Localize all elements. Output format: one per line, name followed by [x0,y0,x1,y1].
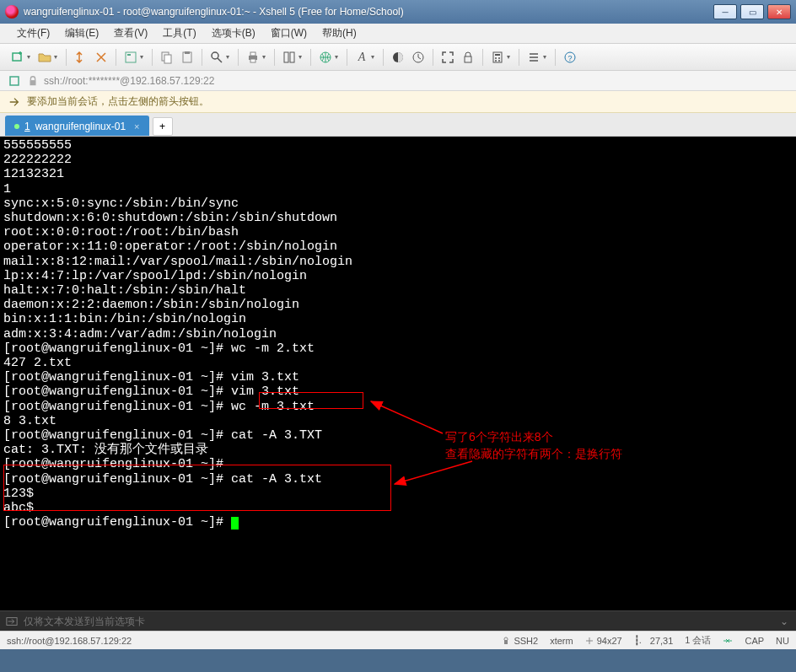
dropdown-icon[interactable]: ▾ [140,53,147,61]
dropdown-icon[interactable]: ▾ [262,53,269,61]
dropdown-icon[interactable]: ▾ [27,53,34,61]
svg-point-20 [498,57,500,59]
menu-window[interactable]: 窗口(W) [264,24,314,42]
add-session-icon[interactable] [8,74,22,88]
menu-view[interactable]: 查看(V) [107,24,154,42]
dropdown-icon[interactable]: ▾ [54,53,61,61]
tab-label: wangruifenglinux-01 [35,121,126,132]
address-url[interactable]: ssh://root:********@192.168.57.129:22 [44,75,214,87]
compose-input[interactable] [24,616,772,627]
dropdown-icon[interactable]: ▾ [507,53,514,61]
terminal-line: 555555555 [3,138,793,153]
arrow-icon[interactable] [8,96,20,108]
menu-help[interactable]: 帮助(H) [315,24,363,42]
toggle-icon[interactable]: ⌄ [777,615,791,628]
cursor-icon [231,517,239,530]
menu-edit[interactable]: 编辑(E) [58,24,105,42]
send-to-icon[interactable] [5,615,19,628]
status-connected-icon [723,637,733,645]
tab-close-icon[interactable]: × [131,121,139,132]
terminal-line: [root@wangruifenglinux-01 ~]# wc -m 3.tx… [3,400,793,414]
terminal-line: 8 3.txt [3,414,793,428]
svg-rect-11 [284,52,288,62]
dropdown-icon[interactable]: ▾ [371,53,378,61]
print-icon[interactable] [244,48,262,67]
color-scheme-icon[interactable] [389,48,407,67]
paste-icon[interactable] [178,48,196,67]
svg-rect-16 [465,56,471,62]
disconnect-icon[interactable] [92,48,110,67]
minimize-button[interactable]: ─ [713,4,737,19]
new-session-icon[interactable] [8,48,27,67]
svg-rect-9 [250,52,255,56]
close-button[interactable]: ✕ [767,4,791,19]
svg-rect-6 [185,51,190,54]
svg-rect-25 [10,77,19,85]
terminal-line: bin:x:1:1:bin:/bin:/sbin/nologin [3,312,793,326]
svg-rect-17 [493,52,502,62]
status-num: NU [776,636,789,646]
help-icon[interactable]: ? [561,48,579,67]
menu-file[interactable]: 文件(F) [10,24,56,42]
status-ssh: SSH2 [502,636,538,646]
fullscreen-icon[interactable] [438,48,457,67]
dropdown-icon[interactable]: ▾ [335,53,342,61]
history-icon[interactable] [409,48,428,67]
terminal[interactable]: 555555555 222222222 12132321 1 sync:x:5:… [0,137,796,610]
terminal-line: halt:x:7:0:halt:/sbin:/sbin/halt [3,283,793,298]
svg-point-7 [212,52,218,59]
status-bar: ssh://root@192.168.57.129:22 SSH2 xterm … [0,631,796,649]
annotation-text: 写了6个字符出来8个 查看隐藏的字符有两个：是换行符 [445,428,622,462]
title-bar: wangruifenglinux-01 - root@wangruifengli… [0,0,796,24]
svg-point-21 [495,60,497,62]
new-tab-button[interactable]: + [153,117,173,136]
terminal-line: shutdown:x:6:0:shutdown:/sbin:/sbin/shut… [3,211,793,225]
menu-tabs[interactable]: 选项卡(B) [205,24,262,42]
svg-rect-18 [495,54,500,56]
terminal-line: [root@wangruifenglinux-01 ~]# vim 3.txt [3,370,793,384]
svg-rect-4 [164,55,171,63]
terminal-line: [root@wangruifenglinux-01 ~]# cat -A 3.t… [3,472,793,487]
tab-index: 1 [24,121,30,132]
layout-icon[interactable] [280,48,298,67]
terminal-line: abc$ [3,501,793,515]
menu-tools[interactable]: 工具(T) [156,24,202,42]
maximize-button[interactable]: ▭ [740,4,764,19]
terminal-line: daemon:x:2:2:daemon:/sbin:/sbin/nologin [3,298,793,312]
app-icon [5,5,19,19]
terminal-line: 123$ [3,487,793,501]
globe-icon[interactable] [316,48,335,67]
properties-icon[interactable] [121,48,140,67]
svg-rect-26 [30,80,36,85]
terminal-line: operator:x:11:0:operator:/root:/sbin/nol… [3,239,793,254]
calculator-icon[interactable] [488,48,507,67]
window-controls: ─ ▭ ✕ [713,4,791,19]
svg-text:?: ? [567,54,572,62]
svg-rect-12 [290,52,294,62]
find-icon[interactable] [207,48,226,67]
open-icon[interactable] [35,48,54,67]
status-sessions: 1 会话 [685,634,711,647]
svg-point-22 [498,60,500,62]
copy-icon[interactable] [158,48,176,67]
terminal-line: cat: 3.TXT: 没有那个文件或目录 [3,443,793,457]
terminal-line: [root@wangruifenglinux-01 ~]# [3,515,793,530]
lock-icon [27,75,39,87]
session-tab[interactable]: 1 wangruifenglinux-01 × [5,116,149,136]
dropdown-icon[interactable]: ▾ [226,53,233,61]
list-icon[interactable] [524,48,543,67]
dropdown-icon[interactable]: ▾ [543,53,550,61]
reconnect-icon[interactable] [72,48,90,67]
svg-rect-10 [250,59,255,62]
lock-icon[interactable] [459,48,477,67]
terminal-line: [root@wangruifenglinux-01 ~]# vim 3.txt [3,384,793,399]
info-text: 要添加当前会话，点击左侧的箭头按钮。 [27,94,209,109]
compose-bar: ⌄ [0,610,796,631]
terminal-line: 1 [3,182,793,196]
status-pos: ┇. 27,31 [634,635,674,646]
address-bar: ssh://root:********@192.168.57.129:22 [0,71,796,91]
terminal-line: 222222222 [3,153,793,167]
dropdown-icon[interactable]: ▾ [298,53,305,61]
session-tabs: 1 wangruifenglinux-01 × + [0,113,796,137]
font-icon[interactable]: A [352,48,371,67]
